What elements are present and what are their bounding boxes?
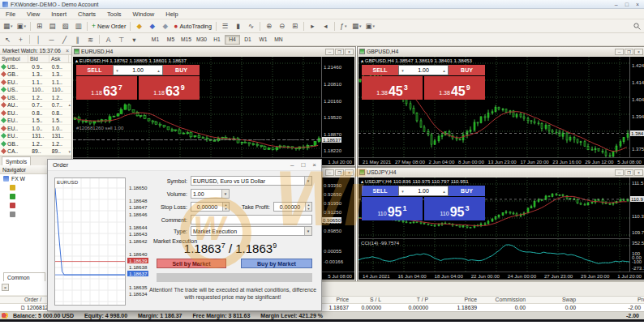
line-chart-mode-button[interactable]: ∿ [245, 21, 257, 32]
market-watch-row[interactable]: CA..89..89.. [0, 148, 71, 156]
fibonacci-button[interactable]: ≋ [84, 34, 97, 45]
templates-list-button[interactable]: ▣▾ [364, 21, 377, 32]
menu-file[interactable]: File [0, 11, 21, 18]
terminal-toggle-button[interactable]: ▥ [72, 21, 84, 32]
dialog-close-icon[interactable]: × [312, 161, 316, 169]
market-watch-row[interactable]: EU..1.5..1.5.. [0, 118, 71, 126]
sell-price[interactable]: 1.38453 [362, 76, 423, 100]
minimize-icon[interactable]: ─ [615, 49, 624, 55]
volume-down-icon[interactable]: ▾ [399, 189, 406, 194]
chevron-down-icon[interactable]: ▼ [304, 227, 311, 235]
trade-column-header[interactable]: Profit [638, 297, 644, 302]
market-watch-row[interactable]: US..1.2..1.2.. [0, 94, 71, 102]
market-watch-row[interactable]: GB..1.3..1.3.. [0, 71, 71, 79]
close-icon[interactable]: × [634, 169, 643, 176]
text-label-button[interactable]: ⊤ [115, 34, 127, 45]
menu-tools[interactable]: Tools [101, 11, 127, 18]
menu-help[interactable]: Help [160, 11, 183, 18]
restore-icon[interactable]: ❐ [335, 169, 344, 176]
restore-icon[interactable]: ❐ [335, 49, 344, 55]
restore-icon[interactable]: ❐ [625, 49, 633, 55]
volume-down-icon[interactable]: ▾ [114, 68, 121, 73]
metaeditor-button[interactable]: ◆ [133, 21, 145, 32]
indicator-axis[interactable]: 352.561000.00-100-273.1 [629, 238, 644, 273]
terminal-close-icon[interactable]: × [2, 284, 9, 291]
dialog-maximize-icon[interactable]: □ [301, 161, 305, 169]
community-button[interactable]: ◆ [159, 21, 171, 32]
take-profit-stepper[interactable]: 0.00000▲▼ [273, 202, 312, 212]
crosshair-button[interactable]: + [15, 34, 27, 45]
window-maximize-button[interactable]: □ [625, 2, 629, 7]
buy-button[interactable]: BUY [163, 65, 200, 75]
symbol-select[interactable]: EURUSD, Euro vs US Dollar▼ [191, 176, 312, 186]
menu-insert[interactable]: Insert [45, 11, 72, 18]
data-window-toggle-button[interactable]: ▤ [46, 21, 58, 32]
order-dialog-titlebar[interactable]: Order – □ × [48, 160, 321, 171]
price-axis[interactable]: 111.5110.3109.7110.9 [629, 177, 644, 237]
column-header-ask[interactable]: Ask [49, 55, 69, 62]
buy-price[interactable]: 1.38459 [424, 76, 485, 100]
close-icon[interactable]: × [345, 169, 354, 176]
column-header-symbol[interactable]: Symbol [0, 55, 28, 62]
timeframe-h4[interactable]: H4 [225, 35, 240, 45]
indicator-subwindow[interactable]: CCI(14) -99.7574 [358, 238, 629, 273]
text-button[interactable]: A [102, 34, 114, 45]
sell-by-market-button[interactable]: Sell by Market [157, 259, 226, 268]
sell-button[interactable]: SELL [76, 65, 113, 75]
window-minimize-button[interactable]: – [615, 2, 618, 7]
restore-icon[interactable]: ❐ [625, 169, 633, 176]
market-watch-row[interactable]: EU..0.8..0.8.. [0, 109, 71, 118]
buy-price[interactable]: 1.18639 [139, 76, 200, 100]
timeframe-m15[interactable]: M15 [178, 35, 194, 45]
cursor-button[interactable]: ↖ [2, 34, 14, 45]
chart-titlebar[interactable]: EURUSD,H4─❐× [72, 47, 355, 56]
autotrading-button[interactable]: ●AutoTrading [172, 21, 213, 32]
timeframe-m5[interactable]: M5 [163, 35, 178, 45]
indicator-axis[interactable]: 0.00055-0.00166 [321, 238, 354, 273]
timeframe-m1[interactable]: M1 [148, 35, 163, 45]
market-watch-row[interactable]: EU..131..131.. [0, 133, 71, 141]
column-header-bid[interactable]: Bid [28, 55, 49, 62]
spin-down-icon[interactable]: ▼ [306, 207, 311, 211]
minimize-icon[interactable]: ─ [325, 49, 334, 55]
shapes-button[interactable]: ▾ [128, 34, 140, 45]
time-axis[interactable]: 14 Jun 202116 Jun 04:0018 Jun 04:0022 Ju… [358, 272, 644, 280]
market-watch-toggle-button[interactable]: ⊞ [33, 21, 45, 32]
chart-titlebar[interactable]: GBPUSD,H4─❐× [358, 47, 644, 56]
new-order-button[interactable]: +New Order [90, 21, 127, 32]
sell-button[interactable]: SELL [362, 186, 398, 196]
market-watch-row[interactable]: AU..0.7..0.7.. [0, 102, 71, 110]
profiles-button[interactable]: ▣▾ [15, 21, 28, 32]
timeframe-d1[interactable]: D1 [240, 35, 255, 45]
volume-up-icon[interactable]: ▴ [440, 189, 448, 194]
chevron-down-icon[interactable]: ▼ [304, 177, 311, 185]
volume-down-icon[interactable]: ▾ [399, 68, 406, 73]
price-axis[interactable]: 1.214601.208101.201601.195201.188701.182… [321, 57, 354, 159]
price-axis[interactable]: 1.4241.4141.4041.3941.3751.384 [629, 57, 644, 159]
volume-combo[interactable]: 1.00▼ [191, 189, 230, 199]
dialog-minimize-icon[interactable]: – [290, 161, 294, 169]
market-watch-row[interactable]: US..0.9..0.9.. [0, 63, 71, 71]
equidistant-channel-button[interactable]: ∥ [71, 34, 84, 45]
chart-shift-button[interactable]: ◂ [320, 21, 332, 32]
close-icon[interactable]: × [345, 49, 354, 55]
buy-button[interactable]: BUY [449, 186, 485, 196]
trade-column-header[interactable]: Swap [511, 297, 576, 302]
scroll-up-icon[interactable]: ▴ [68, 102, 71, 107]
volume-stepper[interactable]: ▾1.00▴ [398, 65, 449, 75]
timeframe-m30[interactable]: M30 [194, 35, 209, 45]
sell-price[interactable]: 110951 [362, 197, 423, 220]
indicators-list-button[interactable]: ƒ▾ [337, 21, 350, 32]
market-watch-row[interactable]: GB..1.2..1.2.. [0, 140, 71, 148]
timeframe-w1[interactable]: W1 [255, 35, 271, 45]
menu-charts[interactable]: Charts [72, 11, 101, 18]
volume-stepper[interactable]: ▾1.00▴ [113, 65, 163, 75]
horizontal-line-button[interactable]: ─ [45, 34, 58, 45]
auto-scroll-button[interactable]: ▸ [307, 21, 319, 32]
vertical-line-button[interactable]: │ [32, 34, 45, 45]
minimize-icon[interactable]: ─ [615, 169, 624, 176]
chevron-down-icon[interactable]: ▼ [221, 190, 229, 198]
volume-up-icon[interactable]: ▴ [155, 68, 162, 73]
tab-common[interactable]: Common [3, 272, 45, 281]
zoom-out-button[interactable]: ⊖ [276, 21, 288, 32]
